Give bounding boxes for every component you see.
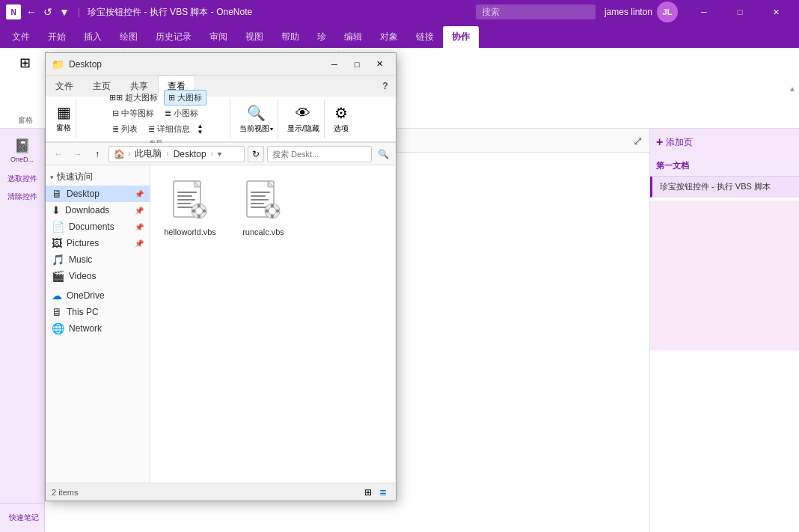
tab-zhen[interactable]: 珍: [308, 26, 335, 48]
nav-item-videos[interactable]: 🎬 Videos: [46, 268, 150, 284]
current-view-btn[interactable]: 🔍 当前视图 ▾: [239, 104, 273, 134]
nav-item-pictures[interactable]: 🖼 Pictures 📌: [46, 235, 150, 251]
quick-access-header[interactable]: ▾ 快速访问: [46, 168, 150, 186]
options-btn[interactable]: ⚙ 选项: [334, 104, 349, 134]
medium-icons-icon: ⊟: [112, 108, 119, 118]
svg-rect-5: [177, 195, 192, 197]
details-icon: ≣: [148, 124, 155, 134]
explorer-title-left: 📁 Desktop: [52, 58, 102, 70]
path-sep3: ›: [211, 150, 213, 158]
tab-home[interactable]: 开始: [39, 26, 75, 48]
explorer-maximize[interactable]: □: [346, 55, 367, 73]
tab-file[interactable]: 文件: [3, 26, 39, 48]
medium-icons-btn[interactable]: ⊟ 中等图标: [108, 106, 159, 121]
nav-item-downloads[interactable]: ⬇ Downloads 📌: [46, 202, 150, 218]
exp-options-section: ⚙ 选项: [329, 100, 353, 138]
nav-forward-btn[interactable]: →: [70, 146, 86, 162]
file-runcalc[interactable]: runcalc.vbs: [230, 171, 297, 242]
nav-item-music[interactable]: 🎵 Music: [46, 251, 150, 268]
ribbon-collapse-btn[interactable]: ▲: [789, 51, 796, 126]
titlebar-search[interactable]: [476, 4, 596, 19]
sidebar-item-onenote[interactable]: 📓 OneD...: [4, 135, 40, 166]
help-button[interactable]: ?: [378, 79, 393, 94]
explorer-addressbar: ← → ↑ 🏠 › 此电脑 › Desktop › ▼ ↻ 🔍: [46, 143, 396, 165]
nav-item-desktop[interactable]: 🖥 Desktop 📌: [46, 186, 150, 202]
tab-draw[interactable]: 绘图: [111, 26, 147, 48]
address-path[interactable]: 🏠 › 此电脑 › Desktop › ▼: [108, 146, 245, 162]
explorer-search-input[interactable]: [267, 146, 372, 162]
sidebar-item-select[interactable]: 选取控件: [4, 171, 40, 187]
small-icons-btn[interactable]: ≣ 小图标: [160, 106, 203, 121]
svg-rect-24: [271, 204, 274, 207]
undo-btn[interactable]: ↺: [42, 6, 54, 18]
tab-edit[interactable]: 编辑: [335, 26, 371, 48]
path-sep2: ›: [166, 150, 168, 158]
tab-view[interactable]: 视图: [236, 26, 272, 48]
tab-review[interactable]: 审阅: [200, 26, 236, 48]
qa-arrow: ▾: [50, 174, 54, 181]
back-btn[interactable]: ←: [25, 6, 37, 18]
user-name: james linton: [604, 7, 652, 17]
path-this-pc[interactable]: 此电脑: [133, 147, 163, 160]
sidebar-item-quick-notes[interactable]: 快速笔记: [6, 510, 42, 526]
svg-rect-13: [192, 210, 195, 213]
exp-panes-section: ▦ 窗格: [52, 100, 76, 138]
show-hide-icon: 👁: [296, 105, 310, 122]
nav-up-btn[interactable]: ↑: [89, 146, 105, 162]
helloworld-name: helloworld.vbs: [164, 227, 216, 236]
tab-link[interactable]: 链接: [407, 26, 443, 48]
current-view-text: 当前视图 ▾: [239, 123, 273, 134]
section-title: 第一文档: [650, 156, 799, 177]
file-helloworld[interactable]: helloworld.vbs: [156, 171, 224, 242]
add-icon: +: [656, 135, 663, 149]
nav-item-this-pc[interactable]: 🖥 This PC: [46, 304, 150, 320]
current-view-label: 当前视图: [239, 123, 269, 134]
music-label: Music: [69, 254, 144, 265]
minimize-button[interactable]: ─: [687, 0, 721, 24]
sidebar-item-clear[interactable]: 清除控件: [4, 189, 40, 205]
nav-item-network[interactable]: 🌐 Network: [46, 320, 150, 337]
nav-item-onedrive[interactable]: ☁ OneDrive: [46, 287, 150, 304]
toggle-grid-view[interactable]: ⊞: [361, 486, 375, 499]
close-button[interactable]: ✕: [759, 0, 793, 24]
user-avatar: JL: [657, 1, 678, 22]
tab-object[interactable]: 对象: [371, 26, 407, 48]
details-btn[interactable]: ≣ 详细信息: [144, 121, 195, 137]
tab-collaborate[interactable]: 协作: [443, 26, 479, 48]
list-btn[interactable]: ≣ 列表: [108, 121, 142, 137]
small-icons-label: 小图标: [174, 108, 198, 119]
expand-button[interactable]: ⤢: [625, 129, 649, 153]
exp-tab-file[interactable]: 文件: [46, 76, 83, 97]
large-icons-btn[interactable]: ⊞ 大图标: [164, 90, 206, 106]
panes-btn[interactable]: ▦ 窗格: [56, 103, 71, 133]
nav-back-btn[interactable]: ←: [50, 146, 67, 162]
layout-dropdown[interactable]: ▲ ▼: [198, 123, 203, 135]
explorer-body: ▾ 快速访问 🖥 Desktop 📌 ⬇ Downloads 📌 📄 Docum…: [46, 165, 396, 483]
explorer-minimize[interactable]: ─: [324, 55, 345, 73]
titlebar: N ← ↺ ▼ | 珍宝按钮控件 - 执行 VBS 脚本 - OneNote j…: [0, 0, 799, 24]
page-item-vbs[interactable]: 珍宝按钮控件 - 执行 VBS 脚本: [650, 177, 799, 198]
tab-help[interactable]: 帮助: [272, 26, 308, 48]
toggle-list-view[interactable]: ≣: [376, 486, 390, 499]
more-btn[interactable]: ▼: [58, 6, 70, 18]
path-dropdown[interactable]: ▼: [216, 150, 223, 158]
explorer-close[interactable]: ✕: [369, 55, 390, 73]
videos-icon: 🎬: [52, 270, 64, 282]
refresh-btn[interactable]: ↻: [248, 146, 264, 162]
extra-large-icons-btn[interactable]: ⊞⊞ 超大图标: [105, 90, 162, 106]
tab-insert[interactable]: 插入: [75, 26, 111, 48]
explorer-search-button[interactable]: 🔍: [375, 146, 391, 162]
svg-rect-12: [198, 215, 200, 218]
titlebar-left: N ← ↺ ▼ | 珍宝按钮控件 - 执行 VBS 脚本 - OneNote: [6, 4, 252, 19]
nav-item-documents[interactable]: 📄 Documents 📌: [46, 218, 150, 235]
svg-rect-7: [177, 203, 191, 204]
network-label: Network: [69, 323, 144, 334]
maximize-button[interactable]: □: [723, 0, 757, 24]
pictures-label: Pictures: [67, 238, 130, 248]
show-hide-btn[interactable]: 👁 显示/隐藏: [287, 105, 319, 134]
panes-button[interactable]: ⊞: [13, 51, 37, 75]
add-page-button[interactable]: + 添加页: [656, 135, 693, 149]
tab-history[interactable]: 历史记录: [147, 26, 200, 48]
svg-rect-14: [203, 210, 206, 213]
path-desktop[interactable]: Desktop: [172, 149, 208, 159]
